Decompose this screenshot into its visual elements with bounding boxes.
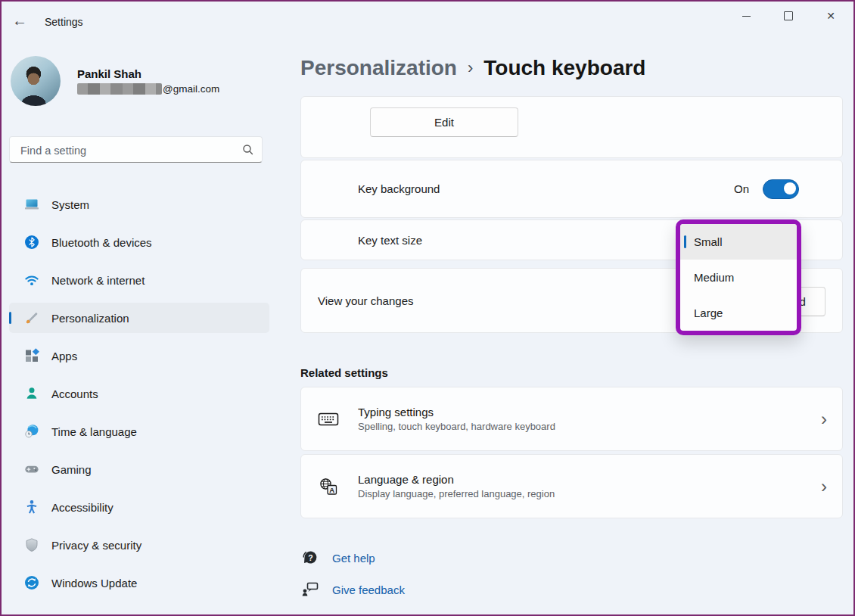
- chevron-right-icon: ›: [821, 478, 827, 496]
- personalization-icon: [24, 310, 39, 325]
- accessibility-icon: [24, 499, 39, 515]
- profile-email: @gmail.com: [77, 83, 219, 95]
- sidebar-item-network-internet[interactable]: Network & internet: [9, 265, 269, 295]
- give-feedback-icon: [300, 580, 320, 599]
- svg-text:?: ?: [308, 553, 312, 562]
- apps-icon: [24, 348, 39, 363]
- sidebar-item-time-language[interactable]: Time & language: [9, 416, 269, 446]
- bluetooth-icon: [24, 235, 39, 250]
- search-box: [9, 136, 263, 163]
- dropdown-option-small[interactable]: Small: [680, 224, 797, 260]
- sidebar-item-label: Personalization: [51, 312, 129, 325]
- toggle-knob: [784, 182, 796, 194]
- sidebar-item-label: Apps: [51, 350, 77, 362]
- svg-text:A: A: [329, 485, 334, 493]
- profile-name: Pankil Shah: [77, 67, 141, 80]
- sidebar-item-label: Privacy & security: [51, 539, 141, 552]
- give-feedback-label: Give feedback: [332, 583, 405, 596]
- breadcrumb: Personalization › Touch keyboard: [300, 56, 843, 80]
- sidebar-item-gaming[interactable]: Gaming: [9, 454, 269, 484]
- sidebar-item-personalization[interactable]: Personalization: [9, 303, 269, 333]
- gaming-icon: [24, 462, 39, 477]
- toggle-state-label: On: [734, 182, 749, 195]
- language-region-subtitle: Display language, preferred language, re…: [358, 488, 555, 499]
- typing-settings-title: Typing settings: [358, 406, 555, 418]
- language-region-row[interactable]: A Language & region Display language, pr…: [300, 454, 843, 518]
- back-button[interactable]: ←: [12, 12, 27, 30]
- breadcrumb-separator-icon: ›: [457, 58, 483, 78]
- sidebar-item-accounts[interactable]: Accounts: [9, 378, 269, 409]
- sidebar-item-label: Network & internet: [51, 274, 145, 287]
- network-icon: [24, 272, 39, 288]
- language-region-title: Language & region: [358, 473, 555, 486]
- sidebar-item-apps[interactable]: Apps: [9, 341, 269, 371]
- email-suffix: @gmail.com: [163, 83, 219, 95]
- key-background-toggle[interactable]: [763, 179, 799, 199]
- view-changes-label: View your changes: [318, 294, 413, 307]
- edit-card: Edit: [300, 96, 843, 158]
- dropdown-option-label: Large: [694, 306, 723, 319]
- sidebar-item-bluetooth-devices[interactable]: Bluetooth & devices: [9, 227, 269, 257]
- time-language-icon: [24, 424, 39, 439]
- dropdown-option-medium[interactable]: Medium: [680, 260, 797, 295]
- key-text-size-label: Key text size: [358, 234, 422, 247]
- selected-indicator: [9, 312, 11, 324]
- system-icon: [24, 197, 39, 212]
- privacy-icon: [24, 537, 39, 552]
- accounts-icon: [24, 386, 39, 401]
- settings-window: ← Settings ✕ Pankil Shah @gmail.com Syst…: [0, 0, 855, 616]
- sidebar-item-accessibility[interactable]: Accessibility: [9, 492, 269, 522]
- sidebar-item-label: Accounts: [51, 387, 98, 400]
- get-help-icon: ?: [300, 549, 320, 567]
- sidebar-item-label: System: [51, 198, 89, 211]
- key-background-row: Key background On: [300, 160, 843, 218]
- get-help-label: Get help: [332, 552, 375, 565]
- page-title: Touch keyboard: [483, 56, 645, 80]
- related-settings-heading: Related settings: [300, 366, 843, 379]
- avatar[interactable]: [11, 56, 61, 106]
- get-help-link[interactable]: ? Get help: [300, 547, 843, 568]
- sidebar-item-system[interactable]: System: [9, 189, 269, 219]
- give-feedback-link[interactable]: Give feedback: [300, 579, 843, 600]
- sidebar-item-label: Gaming: [51, 463, 92, 476]
- sidebar-item-windows-update[interactable]: Windows Update: [9, 568, 269, 598]
- sidebar-item-label: Windows Update: [51, 577, 137, 590]
- search-input[interactable]: [19, 137, 234, 163]
- sidebar-item-label: Bluetooth & devices: [51, 236, 152, 249]
- sidebar-item-label: Time & language: [51, 425, 137, 438]
- dropdown-option-large[interactable]: Large: [680, 295, 797, 331]
- language-globe-icon: A: [318, 478, 339, 496]
- edit-button[interactable]: Edit: [370, 107, 518, 137]
- typing-settings-row[interactable]: Typing settings Spelling, touch keyboard…: [300, 387, 843, 451]
- sidebar-item-label: Accessibility: [51, 501, 113, 514]
- key-background-label: Key background: [358, 182, 440, 195]
- breadcrumb-parent[interactable]: Personalization: [300, 56, 457, 80]
- search-icon: [242, 144, 254, 159]
- app-title: Settings: [45, 16, 83, 28]
- email-redaction-blur: [77, 83, 162, 95]
- footer-links: ? Get help Give feedback: [300, 547, 843, 600]
- dropdown-option-label: Medium: [694, 271, 734, 284]
- key-text-size-dropdown annotation-highlight: Small Medium Large: [676, 219, 801, 335]
- sidebar-item-privacy-security[interactable]: Privacy & security: [9, 530, 269, 560]
- windows-update-icon: [24, 575, 39, 590]
- selected-option-indicator: [684, 235, 686, 248]
- chevron-right-icon: ›: [821, 410, 827, 428]
- keyboard-icon: [318, 410, 339, 428]
- dropdown-option-label: Small: [694, 235, 723, 248]
- typing-settings-subtitle: Spelling, touch keyboard, hardware keybo…: [358, 421, 555, 432]
- sidebar-nav: System Bluetooth & devices Network & int…: [2, 189, 277, 605]
